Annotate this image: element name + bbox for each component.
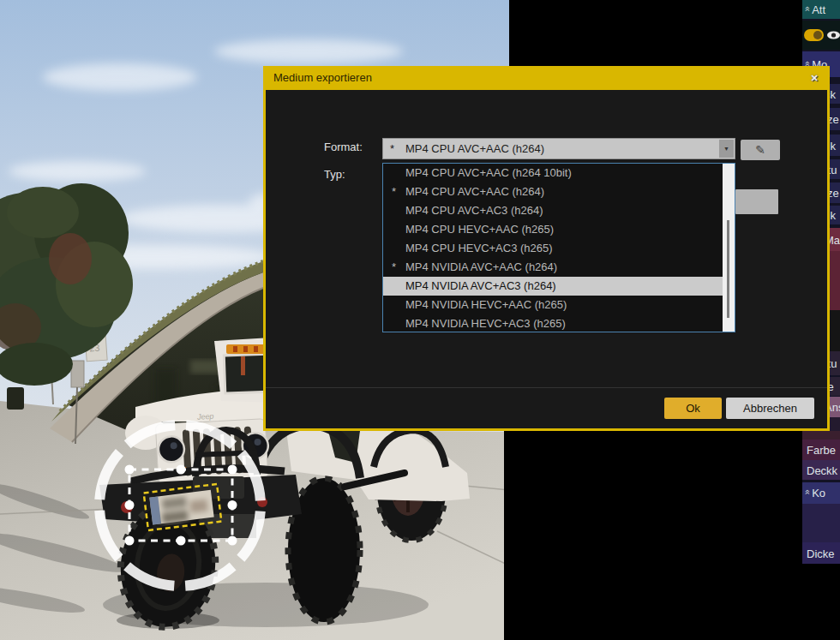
cancel-button[interactable]: Abbrechen: [726, 398, 814, 419]
format-value-marker: *: [390, 142, 394, 155]
dropdown-item-label: MP4 CPU HEVC+AAC (h265): [405, 220, 554, 239]
panel-spacer: [802, 564, 840, 640]
jeep-logo: Jeep: [196, 412, 214, 422]
scrollbar-thumb[interactable]: [727, 220, 729, 318]
panel-header-kontur[interactable]: » Ko: [802, 482, 840, 504]
dropdown-item[interactable]: MP4 NVIDIA HEVC+AAC (h265): [383, 296, 735, 314]
bin: [7, 387, 24, 410]
format-value: MP4 CPU AVC+AAC (h264): [405, 142, 544, 155]
ok-button[interactable]: Ok: [664, 398, 722, 419]
pencil-icon: ✎: [755, 143, 765, 157]
dropdown-item-marker: *: [392, 258, 396, 277]
typ-button[interactable]: [735, 189, 778, 214]
dropdown-item[interactable]: MP4 NVIDIA HEVC+AC3 (h265): [383, 314, 735, 333]
panel-spacer: [802, 504, 840, 542]
dropdown-item[interactable]: MP4 CPU AVC+AC3 (h264): [383, 201, 735, 220]
dialog-divider: [266, 387, 827, 388]
dropdown-item-marker: *: [392, 182, 396, 201]
panel-header-attribute[interactable]: » Att: [802, 0, 840, 19]
panel-row-dicke[interactable]: Dicke: [802, 542, 840, 564]
export-dialog: Medium exportieren ✕ Format: Typ: * MP4 …: [263, 66, 830, 431]
format-dropdown-list: MP4 CPU AVC+AAC (h264 10bit)*MP4 CPU AVC…: [382, 163, 735, 332]
dropdown-item[interactable]: MP4 CPU HEVC+AC3 (h265): [383, 239, 735, 258]
dropdown-item-label: MP4 NVIDIA HEVC+AAC (h265): [405, 296, 567, 314]
dropdown-item[interactable]: MP4 CPU HEVC+AAC (h265): [383, 220, 735, 239]
format-label: Format:: [324, 141, 363, 153]
dropdown-scrollbar[interactable]: [723, 164, 735, 332]
dialog-titlebar[interactable]: Medium exportieren ✕: [263, 66, 830, 90]
edit-format-button[interactable]: ✎: [741, 140, 780, 160]
eye-icon[interactable]: [826, 30, 840, 40]
dropdown-item[interactable]: MP4 CPU AVC+AAC (h264 10bit): [383, 164, 735, 182]
panel-spacer: [802, 431, 840, 440]
attribute-toggle-row: [802, 21, 840, 50]
format-combobox[interactable]: * MP4 CPU AVC+AAC (h264) ▼: [382, 138, 735, 159]
panel-header-label: Att: [812, 4, 825, 15]
close-icon[interactable]: ✕: [808, 72, 820, 84]
dropdown-item[interactable]: *MP4 CPU AVC+AAC (h264): [383, 182, 735, 201]
dropdown-item-label: MP4 CPU AVC+AAC (h264): [405, 182, 544, 201]
chevron-down-icon[interactable]: ▼: [719, 140, 734, 158]
panel-row-deckkraft[interactable]: Deckk: [802, 460, 840, 480]
toggle-switch[interactable]: [804, 29, 824, 41]
app-window: { "dialog": { "title": "Medium exportier…: [0, 0, 840, 640]
dropdown-item-label: MP4 NVIDIA AVC+AAC (h264): [405, 258, 557, 277]
collapse-chevron-icon: »: [802, 491, 812, 494]
dropdown-item-label: MP4 NVIDIA HEVC+AC3 (h265): [405, 314, 566, 333]
collapse-chevron-icon: »: [802, 8, 812, 11]
dropdown-item-label: MP4 CPU AVC+AAC (h264 10bit): [405, 164, 572, 182]
dialog-title: Medium exportieren: [273, 66, 372, 89]
utility-box: [71, 361, 84, 387]
dropdown-item[interactable]: MP4 NVIDIA AVC+AC3 (h264): [383, 277, 735, 296]
dropdown-item-label: MP4 NVIDIA AVC+AC3 (h264): [405, 277, 556, 296]
dropdown-item-label: MP4 CPU HEVC+AC3 (h265): [405, 239, 553, 258]
jeep-headlight-left: [158, 436, 185, 464]
dropdown-item[interactable]: *MP4 NVIDIA AVC+AAC (h264): [383, 258, 735, 277]
panel-row-farbe[interactable]: Farbe: [802, 440, 840, 460]
dropdown-item-label: MP4 CPU AVC+AC3 (h264): [405, 201, 543, 220]
typ-label: Typ:: [324, 168, 345, 181]
